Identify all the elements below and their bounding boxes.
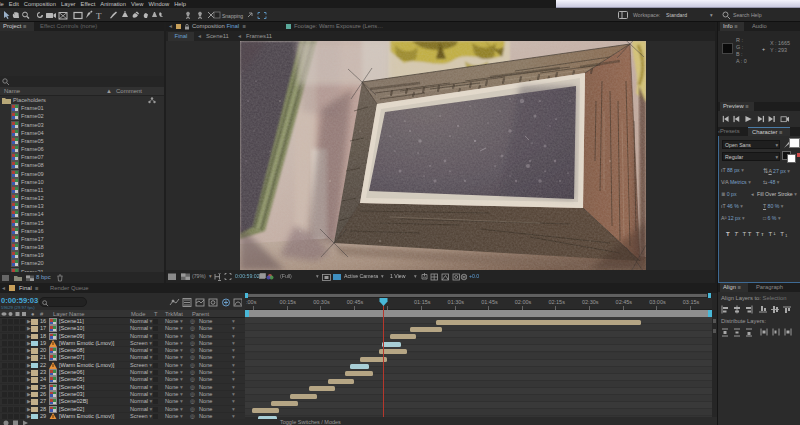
svg-text:Snapping: Snapping <box>222 13 243 19</box>
svg-text:T: T <box>96 11 102 21</box>
